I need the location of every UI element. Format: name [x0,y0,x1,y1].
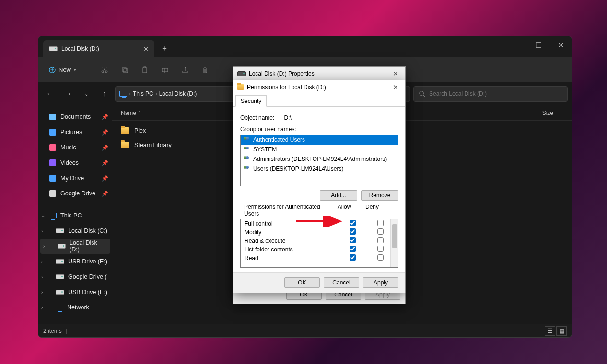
user-row-1[interactable]: SYSTEM [241,145,398,154]
chevron-right-icon: › [41,305,43,310]
sidebar-quick-2[interactable]: Music📌 [38,140,112,155]
remove-user-button[interactable]: Remove [361,190,398,201]
allow-checkbox-0[interactable] [350,220,356,226]
search-input[interactable] [413,86,568,102]
permissions-close-button[interactable]: ✕ [390,83,401,91]
pin-icon: 📌 [102,114,108,120]
network-icon [56,305,63,310]
drive-icon [49,46,58,51]
perm-name: Modify [245,229,339,236]
item-count: 2 items [43,328,62,334]
perm-cancel-button[interactable]: Cancel [324,277,359,288]
sidebar-quick-4[interactable]: My Drive📌 [38,171,112,186]
column-size[interactable]: Size [542,110,553,116]
crumb-drive[interactable]: Local Disk (D:) [159,91,197,97]
recent-button[interactable]: ⌄ [79,86,94,102]
user-list[interactable]: Authenticated UsersSYSTEMAdministrators … [240,135,398,186]
sidebar-quick-5[interactable]: Google Drive📌 [38,186,112,201]
allow-checkbox-4[interactable] [350,254,356,261]
sidebar-drive-3[interactable]: ›Google Drive ( [38,269,112,284]
properties-close-button[interactable]: ✕ [390,70,401,78]
rename-button[interactable] [156,61,174,79]
explorer-tab[interactable]: Local Disk (D:) ✕ [43,40,154,57]
scrollbar[interactable] [390,219,398,267]
pin-icon: 📌 [102,191,108,197]
sidebar-quick-0[interactable]: Documents📌 [38,109,112,125]
sidebar-drive-0[interactable]: ›Local Disk (C:) [38,223,112,239]
drive-icon [237,71,246,76]
drive-icon [56,274,64,279]
deny-checkbox-4[interactable] [377,254,384,261]
paste-button[interactable] [136,61,153,79]
new-tab-button[interactable]: ＋ [157,41,172,56]
delete-button[interactable] [197,61,214,79]
maximize-button[interactable]: ☐ [527,36,549,54]
back-button[interactable]: ← [42,86,58,102]
search-field[interactable] [429,91,562,97]
user-row-0[interactable]: Authenticated Users [241,135,398,145]
quick-icon [49,174,57,182]
tab-title: Local Disk (D:) [61,46,99,52]
share-button[interactable] [176,61,194,79]
perm-name: List folder contents [245,246,339,253]
drive-icon [56,259,64,264]
add-user-button[interactable]: Add... [320,190,357,201]
deny-checkbox-2[interactable] [377,237,384,243]
allow-checkbox-3[interactable] [350,246,356,252]
quick-icon [49,159,57,167]
drive-icon [56,290,64,295]
chevron-right-icon: › [41,274,43,280]
sidebar-thispc[interactable]: ⌄This PC [38,208,112,223]
pin-icon: 📌 [102,160,108,166]
up-button[interactable]: ↑ [97,86,112,102]
deny-checkbox-0[interactable] [377,220,384,226]
new-button[interactable]: New ▾ [43,63,82,76]
crumb-thispc[interactable]: This PC [133,91,153,97]
properties-titlebar[interactable]: Local Disk (D:) Properties ✕ [233,67,405,81]
tab-security[interactable]: Security [235,95,267,107]
user-row-3[interactable]: Users (DESKTOP-LM924L4\Users) [241,164,398,173]
sidebar-drive-4[interactable]: ›USB Drive (E:) [38,284,112,300]
minimize-button[interactable]: ─ [505,36,527,54]
perm-apply-button[interactable]: Apply [363,277,398,288]
deny-checkbox-3[interactable] [377,246,384,252]
object-name-label: Object name: [240,114,274,121]
search-icon [419,91,425,97]
cut-button[interactable] [96,61,113,79]
sidebar-quick-1[interactable]: Pictures📌 [38,125,112,140]
perm-ok-button[interactable]: OK [284,277,320,288]
close-button[interactable]: ✕ [549,36,572,54]
perm-row-1: Modify [241,228,398,237]
permissions-titlebar[interactable]: Permissions for Local Disk (D:) ✕ [233,80,405,94]
icons-view-button[interactable]: ▦ [556,326,567,336]
users-icon [244,156,250,162]
pin-icon: 📌 [102,175,108,182]
tab-strip: Security [233,94,405,107]
sidebar-drive-1[interactable]: ›Local Disk (D:) [40,239,110,254]
perm-row-4: Read [241,254,398,262]
details-view-button[interactable]: ☰ [545,326,555,336]
copy-button[interactable] [116,61,133,79]
svg-rect-3 [122,68,126,71]
deny-checkbox-1[interactable] [377,228,384,235]
allow-checkbox-2[interactable] [350,237,356,243]
plus-circle-icon [49,67,56,73]
col-allow: Allow [330,204,358,217]
sidebar-network[interactable]: ›Network [38,300,112,315]
sidebar: Documents📌Pictures📌Music📌Videos📌My Drive… [38,105,112,324]
user-row-2[interactable]: Administrators (DESKTOP-LM924L4\Administ… [241,154,398,164]
titlebar: Local Disk (D:) ✕ ＋ ─ ☐ ✕ [38,36,572,57]
users-icon [244,166,250,171]
svg-point-8 [420,91,424,96]
sidebar-drive-2[interactable]: ›USB Drive (E:) [38,254,112,269]
folder-icon [121,142,129,148]
forward-button[interactable]: → [60,86,76,102]
users-icon [244,137,250,143]
users-icon [244,147,250,152]
permissions-dialog: Permissions for Local Disk (D:) ✕ Securi… [233,80,406,293]
allow-checkbox-1[interactable] [350,228,356,235]
tab-close-button[interactable]: ✕ [143,46,149,53]
chevron-right-icon: › [41,228,43,234]
quick-icon [49,128,57,136]
sidebar-quick-3[interactable]: Videos📌 [38,155,112,171]
